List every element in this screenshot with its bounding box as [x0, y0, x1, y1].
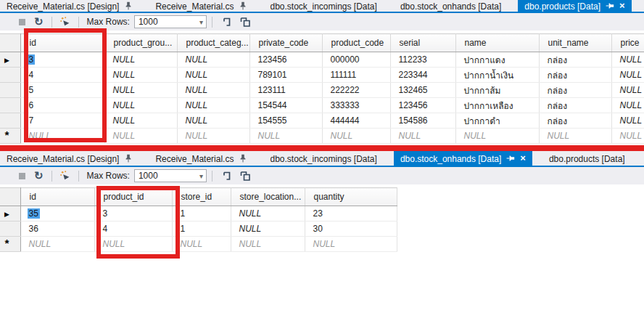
column-header-product-code[interactable]: product_code — [322, 34, 390, 52]
tab-dbo-stock-onhands-data[interactable]: dbo.stock_onhands [Data] — [394, 0, 508, 12]
row-selector[interactable]: * — [0, 237, 20, 252]
table-cell[interactable]: กล่อง — [539, 68, 611, 83]
table-cell[interactable]: กล่อง — [539, 98, 611, 113]
tab-receive-material-cs-design[interactable]: Receive_Material.cs [Design] — [0, 151, 139, 166]
stop-query-icon[interactable] — [19, 173, 25, 179]
refresh-icon[interactable]: ↻ — [34, 171, 44, 181]
table-cell[interactable]: กล่อง — [539, 52, 611, 68]
pin-icon[interactable] — [506, 155, 515, 162]
close-icon[interactable]: × — [619, 2, 625, 9]
table-cell[interactable]: 1 — [172, 221, 231, 237]
table-cell[interactable]: 5 — [20, 83, 104, 98]
stop-query-icon[interactable] — [19, 19, 25, 25]
table-cell[interactable]: ปากกาเหลือง — [455, 98, 539, 113]
pin-icon[interactable] — [125, 154, 132, 163]
table-cell[interactable]: 112233 — [390, 52, 455, 68]
max-rows-combobox[interactable]: 1000 ▾ — [134, 15, 207, 28]
table-cell[interactable]: NULL — [611, 129, 644, 144]
table-cell[interactable]: NULL — [455, 129, 539, 144]
column-header-unit-name[interactable]: unit_name — [539, 34, 611, 52]
tab-receive-material-cs[interactable]: Receive_Material.cs — [149, 151, 253, 166]
row-selector[interactable] — [0, 98, 20, 113]
table-cell[interactable]: 154544 — [249, 98, 322, 113]
row-selector[interactable]: * — [0, 129, 20, 144]
max-rows-combobox[interactable]: 1000 ▾ — [134, 169, 207, 182]
table-cell[interactable]: NULL — [249, 129, 322, 144]
table-cell[interactable]: 333333 — [322, 98, 390, 113]
table-cell[interactable]: 154586 — [390, 113, 455, 129]
table-cell[interactable]: 30 — [305, 221, 397, 237]
row-selector[interactable]: ▶ — [0, 52, 20, 68]
tab-dbo-products-data[interactable]: dbo.products [Data] — [542, 151, 632, 166]
table-cell[interactable]: NULL — [177, 68, 249, 83]
column-header-private-code[interactable]: private_code — [249, 34, 322, 52]
table-cell[interactable]: 6 — [20, 98, 104, 113]
table-cell[interactable]: ปากกาแดง — [455, 52, 539, 68]
table-cell[interactable]: 223344 — [390, 68, 455, 83]
table-cell[interactable]: NULL — [94, 237, 172, 252]
column-header-id[interactable]: id — [20, 34, 104, 52]
table-cell[interactable]: ปากกาส้ม — [455, 83, 539, 98]
table-cell[interactable]: NULL — [177, 52, 249, 68]
tab-dbo-products-data[interactable]: dbo.products [Data]× — [518, 0, 631, 12]
pin-icon[interactable] — [606, 2, 614, 9]
table-cell[interactable]: 35 — [20, 206, 94, 221]
row-selector[interactable] — [0, 221, 20, 237]
table-cell[interactable]: NULL — [104, 83, 177, 98]
table-cell[interactable]: 111111 — [322, 68, 390, 83]
run-query-icon[interactable] — [59, 16, 71, 28]
table-cell[interactable]: ปากกาดำ — [455, 113, 539, 129]
table-cell[interactable]: กล่อง — [539, 83, 611, 98]
pin-icon[interactable] — [239, 154, 247, 163]
table-cell[interactable]: NULL — [104, 52, 177, 68]
table-cell[interactable]: 000000 — [322, 52, 390, 68]
row-selector[interactable] — [0, 83, 20, 98]
table-cell[interactable]: NULL — [177, 129, 249, 144]
script-to-file-icon[interactable] — [239, 17, 252, 28]
table-cell[interactable]: NULL — [104, 129, 177, 144]
row-selector[interactable]: ▶ — [0, 206, 20, 221]
table-cell[interactable]: 123111 — [249, 83, 322, 98]
row-selector[interactable] — [0, 113, 20, 129]
table-cell[interactable]: 154555 — [249, 113, 322, 129]
table-cell[interactable]: NULL — [611, 68, 644, 83]
table-cell[interactable]: 4 — [20, 68, 104, 83]
tab-receive-material-cs-design[interactable]: Receive_Material.cs [Design] — [0, 0, 139, 12]
column-header-store-location[interactable]: store_location... — [231, 188, 305, 206]
script-icon[interactable] — [221, 17, 232, 28]
table-cell[interactable]: 222222 — [322, 83, 390, 98]
table-cell[interactable]: ปากกาน้ำเงิน — [455, 68, 539, 83]
table-cell[interactable]: NULL — [390, 129, 455, 144]
column-header-product-id[interactable]: product_id — [94, 188, 172, 206]
table-cell[interactable]: 23 — [305, 206, 397, 221]
table-cell[interactable]: NULL — [20, 237, 94, 252]
table-cell[interactable]: NULL — [539, 129, 611, 144]
table-cell[interactable]: NULL — [322, 129, 390, 144]
row-header-corner[interactable] — [0, 188, 20, 206]
table-cell[interactable]: 132465 — [390, 83, 455, 98]
table-cell[interactable]: 4 — [94, 221, 172, 237]
tab-dbo-stock-incomings-data[interactable]: dbo.stock_incomings [Data] — [263, 0, 383, 12]
column-header-store-id[interactable]: store_id — [172, 188, 231, 206]
table-cell[interactable]: NULL — [305, 237, 397, 252]
column-header-id[interactable]: id — [20, 188, 94, 206]
table-cell[interactable]: NULL — [231, 206, 305, 221]
table-cell[interactable]: 36 — [20, 221, 94, 237]
table-cell[interactable]: NULL — [231, 237, 305, 252]
column-header-price[interactable]: price — [611, 34, 644, 52]
table-cell[interactable]: NULL — [611, 83, 644, 98]
chevron-down-icon[interactable]: ▾ — [199, 18, 203, 26]
table-cell[interactable]: 123456 — [249, 52, 322, 68]
close-icon[interactable]: × — [520, 155, 526, 162]
column-header-name[interactable]: name — [455, 34, 539, 52]
table-cell[interactable]: NULL — [172, 237, 231, 252]
pin-icon[interactable] — [125, 1, 132, 10]
table-cell[interactable]: 3 — [20, 52, 104, 68]
table-cell[interactable]: 444444 — [322, 113, 390, 129]
table-cell[interactable]: NULL — [231, 221, 305, 237]
table-cell[interactable]: NULL — [177, 113, 249, 129]
table-cell[interactable]: NULL — [611, 52, 644, 68]
table-cell[interactable]: NULL — [104, 98, 177, 113]
tab-dbo-stock-onhands-data[interactable]: dbo.stock_onhands [Data]× — [394, 151, 532, 166]
chevron-down-icon[interactable]: ▾ — [199, 172, 203, 180]
